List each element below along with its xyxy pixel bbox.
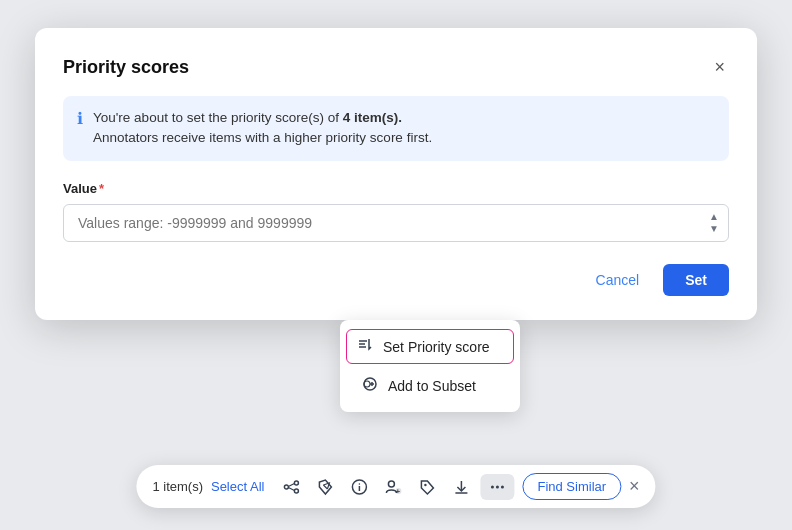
info-text: You're about to set the priority score(s…: [93, 108, 432, 149]
svg-point-7: [284, 485, 288, 489]
info-line2: Annotators receive items with a higher p…: [93, 130, 432, 145]
add-subset-label: Add to Subset: [388, 378, 476, 394]
set-priority-label: Set Priority score: [383, 339, 490, 355]
toolbar-label-icon-button[interactable]: [310, 474, 340, 500]
svg-point-19: [424, 483, 426, 485]
set-button[interactable]: Set: [663, 264, 729, 296]
value-input[interactable]: [63, 204, 729, 242]
toolbar-count: 1 item(s): [152, 479, 203, 494]
bottom-toolbar: 1 item(s) Select All: [136, 465, 655, 508]
toolbar-connect-icon-button[interactable]: [276, 474, 306, 500]
svg-point-24: [501, 485, 504, 488]
svg-line-12: [323, 485, 327, 489]
context-menu-item-add-subset[interactable]: Add to Subset: [346, 367, 514, 404]
spinner-down-button[interactable]: ▼: [709, 224, 719, 234]
modal-title: Priority scores: [63, 57, 189, 78]
svg-point-16: [388, 481, 394, 487]
svg-point-8: [294, 481, 298, 485]
find-similar-button[interactable]: Find Similar: [522, 473, 621, 500]
info-line1: You're about to set the priority score(s…: [93, 110, 343, 125]
svg-point-23: [496, 485, 499, 488]
info-bold: 4 item(s).: [343, 110, 402, 125]
toolbar-info-icon-button[interactable]: [344, 474, 374, 500]
select-all-button[interactable]: Select All: [211, 479, 264, 494]
set-priority-icon: [357, 337, 373, 356]
modal-header: Priority scores ×: [63, 56, 729, 78]
value-input-wrapper: ▲ ▼: [63, 204, 729, 242]
priority-scores-modal: Priority scores × ℹ You're about to set …: [35, 28, 757, 320]
info-icon: ℹ: [77, 109, 83, 128]
toolbar-more-button[interactable]: [480, 474, 514, 500]
modal-close-button[interactable]: ×: [710, 56, 729, 78]
context-menu-item-set-priority[interactable]: Set Priority score: [346, 329, 514, 364]
svg-line-10: [288, 483, 294, 486]
add-subset-icon: [362, 376, 378, 395]
toolbar-download-icon-button[interactable]: [446, 474, 476, 500]
svg-line-11: [288, 487, 294, 490]
cancel-button[interactable]: Cancel: [582, 264, 654, 296]
modal-footer: Cancel Set: [63, 264, 729, 296]
svg-point-15: [359, 483, 361, 485]
required-star: *: [99, 181, 104, 196]
value-field-label: Value*: [63, 181, 729, 196]
svg-text:+: +: [395, 487, 400, 496]
spinner-buttons: ▲ ▼: [709, 212, 719, 234]
toolbar-close-button[interactable]: ×: [629, 476, 640, 497]
info-banner: ℹ You're about to set the priority score…: [63, 96, 729, 161]
context-menu: Set Priority score Add to Subset: [340, 320, 520, 412]
toolbar-tag-icon-button[interactable]: [412, 474, 442, 500]
svg-point-4: [364, 381, 370, 387]
svg-point-9: [294, 489, 298, 493]
spinner-up-button[interactable]: ▲: [709, 212, 719, 222]
svg-point-22: [491, 485, 494, 488]
toolbar-assign-icon-button[interactable]: +: [378, 474, 408, 500]
